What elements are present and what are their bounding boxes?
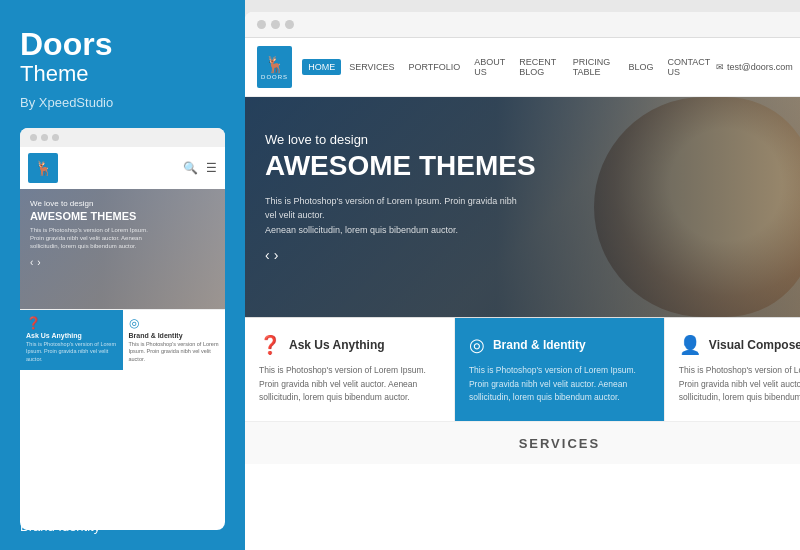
services-footer: SERVICES (245, 421, 800, 464)
mini-dot-2 (41, 134, 48, 141)
main-dot-3 (285, 20, 294, 29)
services-label: SERVICES (519, 436, 601, 451)
hero-next-arrow[interactable]: › (274, 247, 279, 263)
card-desc-brand: This is Photoshop's version of Lorem Ips… (469, 364, 650, 405)
main-hero-content: We love to design awesome THEMES This is… (245, 97, 800, 298)
mini-dot-3 (52, 134, 59, 141)
brand-title: Doors (20, 28, 225, 60)
mini-hero-text: We love to design awesome THEMES This is… (30, 199, 215, 251)
card-title-ask: Ask Us Anything (289, 338, 385, 352)
card-desc-visual: This is Photoshop's version of Lorem Ips… (679, 364, 800, 405)
main-card-ask: ❓ Ask Us Anything This is Photoshop's ve… (245, 318, 455, 421)
mini-card-title-0: Ask Us Anything (26, 332, 117, 339)
mini-hero: We love to design awesome THEMES This is… (20, 189, 225, 309)
mini-logo: 🦌 (28, 153, 58, 183)
hero-desc-line1: This is Photoshop's version of Lorem Ips… (265, 196, 517, 220)
left-panel: Doors Theme By XpeedStudio 🦌 🔍 ☰ (0, 0, 245, 550)
main-nav-right: ✉ test@doors.com 📞 (123) 456-7890 🔍 (716, 52, 800, 82)
mini-browser-bar (20, 128, 225, 147)
nav-item-portfolio[interactable]: PORTFOLIO (403, 59, 467, 75)
nav-item-contact[interactable]: CONTACT US (661, 54, 716, 80)
main-card-brand: ◎ Brand & Identity This is Photoshop's v… (455, 318, 665, 421)
main-nav-left: 🦌 DOORS HOME SERVICES PORTFOLIO ABOUT US… (257, 46, 716, 88)
mini-nav: 🦌 🔍 ☰ (20, 147, 225, 189)
nav-item-pricing[interactable]: PRICING TABLE (567, 54, 621, 80)
card-icon-visual: 👤 (679, 334, 701, 356)
nav-item-home[interactable]: HOME (302, 59, 341, 75)
main-hero: We love to design awesome THEMES This is… (245, 97, 800, 317)
main-deer-icon: 🦌 (265, 55, 285, 74)
mini-hero-small: We love to design (30, 199, 215, 208)
main-browser-bar (245, 12, 800, 38)
nav-item-about[interactable]: ABOUT US (468, 54, 511, 80)
hero-prev-arrow[interactable]: ‹ (265, 247, 270, 263)
main-cards: ❓ Ask Us Anything This is Photoshop's ve… (245, 317, 800, 421)
main-card-header-0: ❓ Ask Us Anything (259, 334, 440, 356)
brand-subtitle: Theme (20, 60, 225, 89)
brand-identity-label: Brand Identity (20, 519, 100, 534)
main-logo-text: DOORS (261, 74, 288, 80)
main-dot-1 (257, 20, 266, 29)
mini-search-icon: 🔍 (183, 161, 198, 175)
nav-item-services[interactable]: SERVICES (343, 59, 400, 75)
card-title-brand: Brand & Identity (493, 338, 586, 352)
mini-card-desc-1: This is Photoshop's version of Lorem Ips… (129, 341, 220, 364)
main-card-visual: 👤 Visual Composer This is Photoshop's ve… (665, 318, 800, 421)
mini-dot-1 (30, 134, 37, 141)
card-title-visual: Visual Composer (709, 338, 800, 352)
mini-cards: ❓ Ask Us Anything This is Photoshop's ve… (20, 309, 225, 370)
card-desc-ask: This is Photoshop's version of Lorem Ips… (259, 364, 440, 405)
mini-card-0: ❓ Ask Us Anything This is Photoshop's ve… (20, 309, 123, 370)
mini-browser-content: 🦌 🔍 ☰ We love to design awesome THEMES T… (20, 147, 225, 530)
mini-hero-big: awesome THEMES (30, 210, 215, 222)
main-dot-2 (271, 20, 280, 29)
hero-small-text: We love to design (265, 132, 800, 147)
main-card-header-2: 👤 Visual Composer (679, 334, 800, 356)
hero-big-text: awesome THEMES (265, 151, 800, 182)
mini-card-title-1: Brand & Identity (129, 332, 220, 339)
email-icon: ✉ (716, 62, 724, 72)
hero-desc: This is Photoshop's version of Lorem Ips… (265, 194, 525, 237)
main-nav: 🦌 DOORS HOME SERVICES PORTFOLIO ABOUT US… (245, 38, 800, 97)
mini-next-arrow[interactable]: › (37, 257, 40, 268)
hero-desc-line2: Aenean sollicitudin, lorem quis bibendum… (265, 225, 458, 235)
main-browser: 🦌 DOORS HOME SERVICES PORTFOLIO ABOUT US… (245, 12, 800, 550)
email-text: test@doors.com (727, 62, 793, 72)
main-card-header-1: ◎ Brand & Identity (469, 334, 650, 356)
right-panel: 🦌 DOORS HOME SERVICES PORTFOLIO ABOUT US… (245, 0, 800, 550)
main-nav-menu: HOME SERVICES PORTFOLIO ABOUT US RECENT … (302, 54, 716, 80)
nav-item-blog2[interactable]: BLOG (622, 59, 659, 75)
mini-nav-icons: 🔍 ☰ (183, 161, 217, 175)
mini-card-desc-0: This is Photoshop's version of Lorem Ips… (26, 341, 117, 364)
mini-browser-mockup: 🦌 🔍 ☰ We love to design awesome THEMES T… (20, 128, 225, 530)
mini-card-icon-1: ◎ (129, 316, 220, 330)
card-icon-brand: ◎ (469, 334, 485, 356)
hero-arrows: ‹ › (265, 247, 800, 263)
nav-email: ✉ test@doors.com (716, 62, 793, 72)
main-logo: 🦌 DOORS (257, 46, 292, 88)
mini-card-1: ◎ Brand & Identity This is Photoshop's v… (123, 309, 226, 370)
mini-card-icon-0: ❓ (26, 316, 117, 330)
brand-by: By XpeedStudio (20, 95, 225, 110)
mini-hero-arrows: ‹ › (30, 257, 215, 268)
mini-prev-arrow[interactable]: ‹ (30, 257, 33, 268)
nav-item-blog[interactable]: RECENT BLOG (513, 54, 565, 80)
mini-menu-icon: ☰ (206, 161, 217, 175)
mini-deer-icon: 🦌 (35, 160, 52, 176)
mini-hero-desc: This is Photoshop's version of Lorem Ips… (30, 226, 150, 251)
card-icon-ask: ❓ (259, 334, 281, 356)
